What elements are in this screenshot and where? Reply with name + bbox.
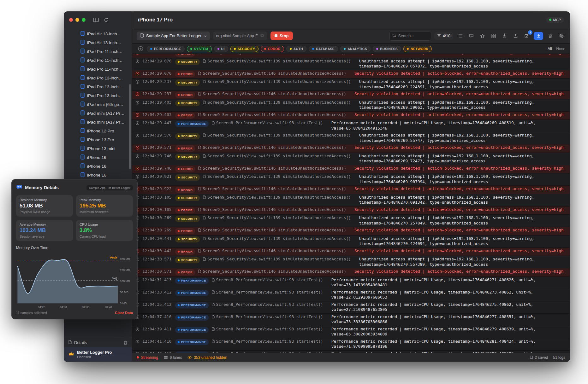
- source-file-icon: [198, 92, 201, 96]
- minimize-window-button[interactable]: [75, 18, 79, 22]
- sidebar-device-item[interactable]: iPad Pro 13-inch…: [64, 73, 132, 82]
- log-row[interactable]: 12:04:41.410 PERFORMANCE Screen8_Perform…: [132, 338, 570, 351]
- log-source-text: Screen9_SecurityView.swift:139 simulateU…: [207, 59, 351, 64]
- sidebar-toggle-icon[interactable]: [93, 18, 99, 22]
- log-row[interactable]: 12:04:30.441 SECURITY Screen9_SecurityVi…: [132, 236, 570, 248]
- unlaned-hidden-status[interactable]: 353 unlaned hidden: [187, 355, 227, 360]
- log-row[interactable]: 12:04:33.412 PERFORMANCE Screen8_Perform…: [132, 289, 570, 301]
- log-row[interactable]: 12:04:29.403 ERROR Screen9_SecurityView.…: [132, 112, 570, 120]
- sidebar-device-item[interactable]: iPhone 16: [64, 171, 132, 179]
- autoscroll-button[interactable]: [534, 32, 543, 40]
- log-row[interactable]: 12:04:30.571 ERROR Screen9_SecurityView.…: [132, 268, 570, 277]
- category-chip[interactable]: BUSINESS: [373, 46, 401, 52]
- log-row[interactable]: 12:04:29.746 SECURITY Screen9_SecurityVi…: [132, 153, 570, 165]
- pro-banner[interactable]: Better Logger Pro Licensed: [64, 347, 132, 362]
- grid-view-button[interactable]: [490, 32, 497, 40]
- category-chip[interactable]: DATABASE: [309, 46, 338, 52]
- sidebar-device-item[interactable]: iPad Pro 11-inch…: [64, 65, 132, 73]
- sidebar-device-item[interactable]: iPad mini (A17 Pr…: [64, 118, 132, 126]
- app-selector-button[interactable]: Sample App For Better Logger: [137, 32, 210, 40]
- log-row[interactable]: 12:04:30.269 ERROR Screen9_SecurityView.…: [132, 227, 570, 236]
- log-row[interactable]: 12:04:35.412 PERFORMANCE Screen8_Perform…: [132, 301, 570, 314]
- sidebar-device-item[interactable]: iPhone 13 mini: [64, 144, 132, 153]
- log-message: Security violation detected | action=blo…: [354, 186, 565, 192]
- clear-logs-trash-button[interactable]: [546, 32, 554, 40]
- category-chip[interactable]: AUTH: [286, 46, 306, 52]
- log-category-badge: SECURITY: [175, 216, 200, 222]
- category-chip[interactable]: SECURITY: [230, 46, 259, 52]
- select-all-button[interactable]: All: [548, 47, 552, 51]
- stop-button[interactable]: Stop: [270, 32, 293, 40]
- log-row[interactable]: 12:04:29.070 SECURITY Screen9_SecurityVi…: [132, 58, 570, 70]
- badge-dot: [178, 54, 180, 55]
- category-circle-icon[interactable]: [137, 45, 145, 53]
- log-source-text: Screen9_SecurityView.swift:146 simulateU…: [203, 145, 346, 150]
- category-chip[interactable]: UI: [214, 46, 228, 52]
- log-row[interactable]: 12:04:30.105 SECURITY Screen9_SecurityVi…: [132, 194, 570, 207]
- search-field[interactable]: [389, 31, 431, 41]
- log-row[interactable]: 12:04:30.571 SECURITY Screen9_SecurityVi…: [132, 256, 570, 268]
- select-none-button[interactable]: None: [556, 47, 565, 51]
- trash-icon[interactable]: [123, 340, 128, 345]
- sidebar-device-item[interactable]: iPad Pro 13-inch…: [64, 91, 132, 100]
- category-chip[interactable]: ERROR: [261, 46, 284, 52]
- log-row[interactable]: 12:04:37.410 PERFORMANCE Screen8_Perform…: [132, 314, 570, 326]
- category-chip[interactable]: SYSTEM: [187, 46, 212, 52]
- category-chip[interactable]: NETWORK: [403, 46, 432, 52]
- log-row[interactable]: 12:04:29.921 SECURITY Screen9_SecurityVi…: [132, 173, 570, 186]
- close-window-button[interactable]: [69, 18, 73, 22]
- clear-data-button[interactable]: Clear Data: [115, 311, 133, 315]
- share-button[interactable]: [501, 32, 508, 40]
- category-chip[interactable]: PERFORMANCE: [147, 46, 185, 52]
- badge-dot: [178, 280, 180, 282]
- sidebar-device-item[interactable]: iPad Pro 13-inch…: [64, 82, 132, 91]
- log-row[interactable]: 12:04:30.442 ERROR Screen9_SecurityView.…: [132, 248, 570, 256]
- export-button[interactable]: [512, 32, 520, 40]
- sidebar-device-item[interactable]: iPhone 13 Pro: [64, 135, 132, 144]
- log-row[interactable]: 12:04:29.447 PERFORMANCE Screen8_Perform…: [132, 120, 570, 132]
- sidebar-device-item[interactable]: iPad Pro 11-inch…: [64, 56, 132, 65]
- bundle-id-tag[interactable]: org.nfxai.Sample-App-F: [213, 32, 267, 40]
- log-list[interactable]: ERROR Screen9_SecurityView.swift:146 sim…: [132, 54, 570, 353]
- sidebar-device-item[interactable]: iPhone 16: [64, 153, 132, 162]
- log-row[interactable]: 12:04:29.070 ERROR Screen9_SecurityView.…: [132, 70, 570, 79]
- compose-button[interactable]: 2: [523, 32, 531, 40]
- sidebar-device-item[interactable]: iPad Pro 11-inch…: [64, 47, 132, 56]
- log-row[interactable]: 12:04:39.411 PERFORMANCE Screen8_Perform…: [132, 326, 570, 338]
- log-row[interactable]: 12:04:43.410 PERFORMANCE Screen8_Perform…: [132, 351, 570, 353]
- log-row[interactable]: 12:04:31.413 PERFORMANCE Screen8_Perform…: [132, 277, 570, 289]
- lanes-view-button[interactable]: [456, 32, 464, 40]
- log-row[interactable]: 12:04:29.922 ERROR Screen9_SecurityView.…: [132, 186, 570, 194]
- saved-logs-status[interactable]: 2 saved: [530, 355, 548, 360]
- log-row[interactable]: ERROR Screen9_SecurityView.swift:146 sim…: [132, 54, 570, 58]
- filter-count-button[interactable]: 4/10: [434, 32, 453, 40]
- sidebar-device-item[interactable]: iPad Air 13-inch…: [64, 38, 132, 47]
- comments-button[interactable]: [467, 32, 475, 40]
- log-row[interactable]: 12:04:29.746 ERROR Screen9_SecurityView.…: [132, 165, 570, 174]
- lanes-status[interactable]: 6 lanes: [164, 355, 182, 360]
- log-row[interactable]: 12:04:29.237 ERROR Screen9_SecurityView.…: [132, 91, 570, 99]
- sidebar-device-item[interactable]: iPad mini (A17 Pr…: [64, 109, 132, 118]
- log-row[interactable]: 12:04:29.237 SECURITY Screen9_SecurityVi…: [132, 79, 570, 91]
- log-row[interactable]: 12:04:30.105 ERROR Screen9_SecurityView.…: [132, 207, 570, 215]
- sidebar-device-item[interactable]: iPad Air 13-inch…: [64, 29, 132, 38]
- sidebar-device-item[interactable]: iPhone 12 Pro: [64, 126, 132, 135]
- zoom-window-button[interactable]: [82, 18, 86, 22]
- sidebar-device-item[interactable]: iPad mini (6th ge…: [64, 100, 132, 109]
- log-row[interactable]: 12:04:29.403 SECURITY Screen9_SecurityVi…: [132, 99, 570, 112]
- category-chip[interactable]: ANALYTICS: [340, 46, 371, 52]
- log-source-text: Screen9_SecurityView.swift:139 simulateU…: [207, 100, 351, 105]
- mcp-badge[interactable]: MCP: [546, 17, 564, 23]
- log-row[interactable]: 12:04:29.571 ERROR Screen9_SecurityView.…: [132, 144, 570, 153]
- refresh-icon[interactable]: [104, 18, 109, 22]
- remove-bundle-icon[interactable]: [260, 33, 264, 38]
- settings-gear-button[interactable]: [557, 32, 565, 40]
- log-row[interactable]: 12:04:30.269 SECURITY Screen9_SecurityVi…: [132, 215, 570, 227]
- sidebar-scrollbar[interactable]: [129, 84, 131, 169]
- details-button[interactable]: Details: [64, 338, 132, 347]
- search-input[interactable]: [398, 34, 428, 38]
- log-row[interactable]: 12:04:29.570 SECURITY Screen9_SecurityVi…: [132, 132, 570, 144]
- sidebar-device-item[interactable]: iPhone 16: [64, 162, 132, 171]
- favorites-star-button[interactable]: [478, 32, 486, 40]
- log-source-text: Screen9_SecurityView.swift:146 simulateU…: [203, 186, 346, 192]
